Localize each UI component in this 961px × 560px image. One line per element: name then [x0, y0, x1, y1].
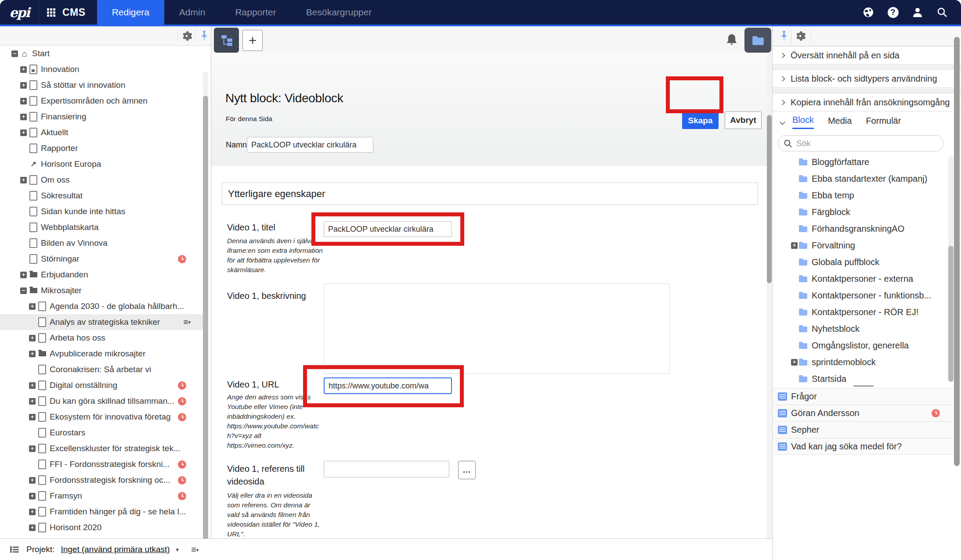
expander-icon[interactable]: [11, 50, 18, 57]
caret-down-icon[interactable]: ▾: [176, 546, 179, 553]
nav-tab[interactable]: Admin: [164, 0, 220, 25]
project-selector[interactable]: Inget (använd primära utkast): [61, 545, 170, 554]
expander-icon[interactable]: [29, 493, 36, 499]
tab-block[interactable]: Block: [792, 115, 814, 129]
window-scrollbar-thumb[interactable]: [954, 37, 960, 466]
tree-item[interactable]: Webbplatskarta: [0, 219, 203, 235]
app-grid-icon[interactable]: [47, 8, 55, 17]
tree-item[interactable]: Erbjudanden: [0, 267, 203, 283]
tree-item[interactable]: Agenda 2030 - de globala hållbarh...: [0, 298, 203, 314]
tree-item[interactable]: Horisont 2020: [0, 520, 203, 535]
expander-icon[interactable]: [29, 509, 36, 515]
tree-item[interactable]: Avpublicerade mikrosajter: [0, 346, 203, 362]
tree-item[interactable]: Rapporter: [0, 140, 203, 156]
folder-row[interactable]: Bloggförfattare: [773, 154, 954, 170]
tree-item[interactable]: Coronakrisen: Så arbetar vi: [0, 362, 203, 377]
tree-item[interactable]: Om oss: [0, 172, 203, 188]
block-row[interactable]: Göran Andersson: [773, 405, 954, 421]
tree-item[interactable]: Excellenskluster för strategisk tek...: [0, 441, 203, 456]
search-icon[interactable]: [936, 7, 948, 18]
expander-icon[interactable]: [29, 335, 36, 341]
tree-item[interactable]: Du kan göra skillnad tillsamman...: [0, 393, 203, 409]
folder-row[interactable]: Färgblock: [773, 204, 954, 220]
cancel-button[interactable]: Avbryt: [725, 111, 762, 129]
folder-row[interactable]: Kontaktpersoner - funktionsb...: [773, 287, 954, 304]
folder-row[interactable]: Ebba temp: [773, 187, 954, 204]
create-button[interactable]: Skapa: [682, 112, 719, 129]
folder-row[interactable]: Förvaltning: [773, 237, 954, 254]
accordion-copy-content[interactable]: Kopiera innehåll från ansökningsomgång: [773, 93, 961, 111]
block-row[interactable]: Vad kan jag söka medel för?: [773, 438, 954, 455]
accordion-translate[interactable]: Översätt innehåll på en sida: [773, 46, 961, 65]
expander-icon[interactable]: [29, 477, 36, 484]
tree-item[interactable]: Digital omställning: [0, 377, 203, 393]
tree-item[interactable]: Expertisområden och ämnen: [0, 93, 203, 109]
folder-row[interactable]: Globala puffblock: [773, 254, 954, 270]
video1-title-input[interactable]: [324, 221, 452, 237]
gear-icon[interactable]: [181, 30, 192, 43]
name-input[interactable]: [247, 137, 373, 153]
expander-icon[interactable]: [29, 382, 36, 389]
tree-item[interactable]: Horisont Europa: [0, 156, 203, 172]
tree-item[interactable]: Eurostars: [0, 425, 203, 441]
content-scrollbar-thumb[interactable]: [767, 115, 772, 283]
assets-scrollbar-thumb[interactable]: [948, 246, 954, 382]
expander-icon[interactable]: [20, 66, 27, 73]
folder-row[interactable]: sprintdemoblock: [773, 354, 954, 370]
expander-icon[interactable]: [20, 82, 27, 89]
expander-icon[interactable]: [29, 445, 36, 452]
tree-item[interactable]: Framtiden hänger på dig - se hela l...: [0, 504, 203, 520]
tree-item[interactable]: Framsyn: [0, 488, 203, 504]
tab-media[interactable]: Media: [828, 116, 852, 129]
tree-item[interactable]: Start: [0, 46, 203, 61]
tree-item[interactable]: Så stöttar vi innovation: [0, 77, 203, 93]
video1-reference-input[interactable]: [324, 461, 449, 477]
tab-formular[interactable]: Formulär: [866, 116, 901, 129]
folder-row[interactable]: FörhandsgranskningAO: [773, 220, 954, 237]
expander-icon[interactable]: [20, 287, 27, 294]
expander-icon[interactable]: [20, 272, 27, 278]
accordion-list-usage[interactable]: Lista block- och sidtypers användning: [773, 69, 961, 88]
sidebar-scrollbar-thumb[interactable]: [203, 96, 208, 556]
expander-icon[interactable]: [791, 242, 798, 249]
epi-logo[interactable]: epi: [0, 0, 39, 25]
tree-item[interactable]: Sökresultat: [0, 188, 203, 204]
assets-search[interactable]: Sök: [778, 135, 943, 151]
expander-icon[interactable]: [20, 98, 27, 104]
tree-item[interactable]: Bilden av Vinnova: [0, 235, 203, 251]
tree-item[interactable]: Sidan kunde inte hittas: [0, 204, 203, 219]
expander-icon[interactable]: [29, 524, 36, 531]
nav-tab[interactable]: Besökargrupper: [291, 0, 387, 25]
add-button[interactable]: +: [242, 30, 263, 51]
tree-item[interactable]: Arbeta hos oss: [0, 330, 203, 346]
folder-row[interactable]: Omgångslistor, generella: [773, 337, 954, 354]
expander-icon[interactable]: [20, 114, 27, 120]
reference-picker-button[interactable]: ...: [458, 461, 476, 479]
tree-item[interactable]: Störningar: [0, 251, 203, 267]
folder-row[interactable]: Nyhetsblock: [773, 320, 954, 337]
pin-icon[interactable]: [778, 30, 790, 43]
tree-item[interactable]: Aktuellt: [0, 125, 203, 140]
globe-icon[interactable]: [863, 7, 874, 18]
assets-toggle-button[interactable]: [744, 28, 771, 53]
folder-row[interactable]: Kontaktpersoner - externa: [773, 270, 954, 287]
gear-icon[interactable]: [795, 30, 806, 43]
product-label[interactable]: CMS: [62, 7, 86, 18]
expander-icon[interactable]: [29, 303, 36, 310]
user-icon[interactable]: [912, 7, 923, 18]
expander-icon[interactable]: [29, 398, 36, 405]
expander-icon[interactable]: [791, 359, 798, 366]
tree-item[interactable]: Fordonsstrategisk forskning oc...: [0, 472, 203, 488]
video1-description-textarea[interactable]: [324, 284, 670, 374]
nav-tab[interactable]: Redigera: [97, 0, 164, 25]
tree-item[interactable]: Mikrosajter: [0, 283, 203, 298]
expander-icon[interactable]: [20, 129, 27, 136]
tree-item[interactable]: Innovation: [0, 61, 203, 77]
project-menu-icon[interactable]: [191, 545, 199, 555]
context-menu-icon[interactable]: [183, 317, 191, 327]
tree-item[interactable]: FFI - Fordonsstrategisk forskni...: [0, 456, 203, 472]
tree-item[interactable]: Analys av strategiska tekniker: [0, 314, 203, 330]
pin-icon[interactable]: [199, 30, 210, 43]
tree-item[interactable]: Finansiering: [0, 109, 203, 125]
folder-row[interactable]: Startsida: [773, 370, 954, 383]
